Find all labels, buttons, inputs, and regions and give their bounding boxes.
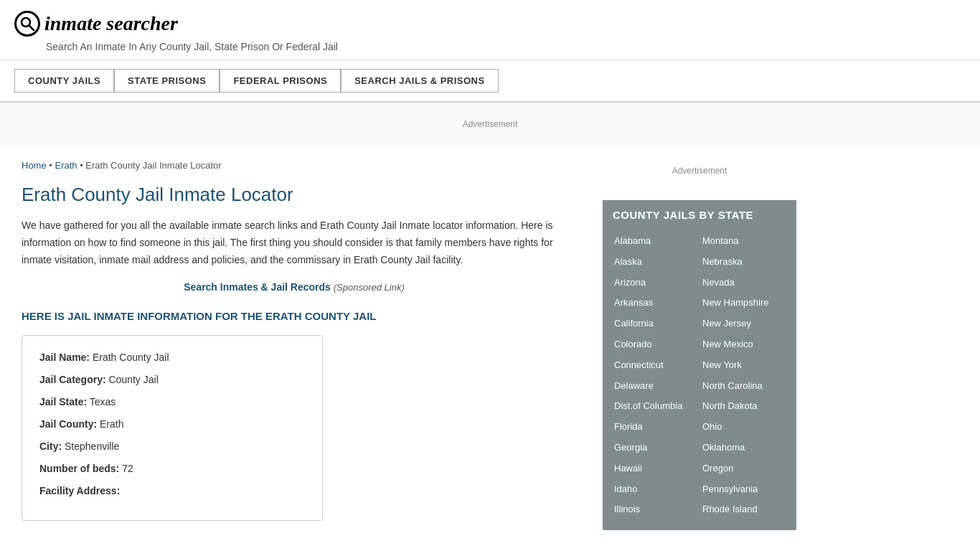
state-col-right: MontanaNebraskaNevadaNew HampshireNew Je… [701,231,789,520]
state-link-new-york[interactable]: New York [701,355,789,376]
state-box: COUNTY JAILS BY STATE AlabamaAlaskaArizo… [603,200,796,530]
sponsored-label-text: (Sponsored Link) [334,282,405,293]
info-jail-category-label: Jail Category: [39,374,106,385]
state-link-hawaii[interactable]: Hawaii [613,458,701,479]
page-title: Erath County Jail Inmate Locator [22,184,567,206]
info-jail-address: Facility Address: [39,484,305,499]
sponsored-link-section: Search Inmates & Jail Records (Sponsored… [22,281,567,293]
state-link-north-carolina[interactable]: North Carolina [701,376,789,397]
info-box: Jail Name: Erath County Jail Jail Catego… [22,335,323,521]
info-jail-city: City: Stephenville [39,439,305,454]
state-link-rhode-island[interactable]: Rhode Island [701,499,789,520]
info-jail-city-label: City: [39,441,62,452]
info-jail-county-val: Erath [100,418,123,430]
info-jail-county-label: Jail County: [39,418,97,430]
nav-search-jails[interactable]: SEARCH JAILS & PRISONS [341,69,498,93]
state-link-distof-columbia[interactable]: Dist.of Columbia [613,396,701,417]
state-link-alabama[interactable]: Alabama [613,231,701,252]
state-link-new-mexico[interactable]: New Mexico [701,334,789,355]
state-link-arizona[interactable]: Arizona [613,273,701,293]
state-col-left: AlabamaAlaskaArizonaArkansasCaliforniaCo… [613,231,701,520]
logo-text: inmate searcher [44,12,178,35]
breadcrumb: Home • Erath • Erath County Jail Inmate … [22,160,567,171]
state-link-arkansas[interactable]: Arkansas [613,293,701,314]
nav-federal-prisons[interactable]: FEDERAL PRISONS [220,69,341,93]
state-link-florida[interactable]: Florida [613,417,701,438]
info-jail-name: Jail Name: Erath County Jail [39,350,305,365]
sub-heading: HERE IS JAIL INMATE INFORMATION FOR THE … [22,310,567,322]
state-link-oregon[interactable]: Oregon [701,458,789,479]
state-link-california[interactable]: California [613,314,701,334]
state-link-oklahoma[interactable]: Oklahoma [701,438,789,458]
state-link-idaho[interactable]: Idaho [613,479,701,500]
nav-county-jails[interactable]: COUNTY JAILS [14,69,114,93]
state-link-delaware[interactable]: Delaware [613,376,701,397]
info-jail-beds: Number of beds: 72 [39,461,305,476]
sidebar-advertisement: Advertisement [603,153,796,189]
state-link-georgia[interactable]: Georgia [613,438,701,458]
nav-state-prisons[interactable]: STATE PRISONS [114,69,220,93]
logo-icon [14,11,40,37]
main-content: Home • Erath • Erath County Jail Inmate … [0,146,980,545]
state-link-nevada[interactable]: Nevada [701,273,789,293]
info-jail-category: Jail Category: County Jail [39,372,305,387]
info-jail-address-label: Facility Address: [39,485,120,496]
info-jail-name-val: Erath County Jail [93,352,169,363]
logo-area: inmate searcher [14,11,966,37]
state-link-new-jersey[interactable]: New Jersey [701,314,789,334]
state-link-illinois[interactable]: Illinois [613,499,701,520]
svg-line-1 [29,26,34,31]
state-link-ohio[interactable]: Ohio [701,417,789,438]
sponsored-link-anchor[interactable]: Search Inmates & Jail Records [184,281,331,293]
info-jail-county: Jail County: Erath [39,417,305,432]
content-area: Home • Erath • Erath County Jail Inmate … [0,146,588,545]
info-jail-name-label: Jail Name: [39,352,90,363]
advertisement-bar: Advertisement [0,103,980,146]
state-link-pennsylvania[interactable]: Pennsylvania [701,479,789,500]
tagline: Search An Inmate In Any County Jail, Sta… [46,41,966,52]
state-link-connecticut[interactable]: Connecticut [613,355,701,376]
state-box-title: COUNTY JAILS BY STATE [603,200,796,228]
info-jail-state-label: Jail State: [39,396,87,408]
info-jail-category-val: County Jail [108,374,158,385]
info-jail-beds-val: 72 [122,463,133,474]
state-link-north-dakota[interactable]: North Dakota [701,396,789,417]
state-link-montana[interactable]: Montana [701,231,789,252]
breadcrumb-erath[interactable]: Erath [55,160,77,171]
navigation: COUNTY JAILS STATE PRISONS FEDERAL PRISO… [0,60,980,103]
breadcrumb-home[interactable]: Home [22,160,47,171]
state-link-colorado[interactable]: Colorado [613,334,701,355]
state-link-new-hampshire[interactable]: New Hampshire [701,293,789,314]
info-jail-beds-label: Number of beds: [39,463,119,474]
breadcrumb-current: Erath County Jail Inmate Locator [85,160,221,171]
info-jail-state-val: Texas [90,396,116,408]
state-grid: AlabamaAlaskaArizonaArkansasCaliforniaCo… [603,228,796,530]
description-text: We have gathered for you all the availab… [22,217,567,268]
info-jail-city-val: Stephenville [65,441,119,452]
state-link-nebraska[interactable]: Nebraska [701,252,789,273]
sidebar: Advertisement COUNTY JAILS BY STATE Alab… [588,146,811,545]
header: inmate searcher Search An Inmate In Any … [0,0,980,60]
state-link-alaska[interactable]: Alaska [613,252,701,273]
info-jail-state: Jail State: Texas [39,395,305,410]
